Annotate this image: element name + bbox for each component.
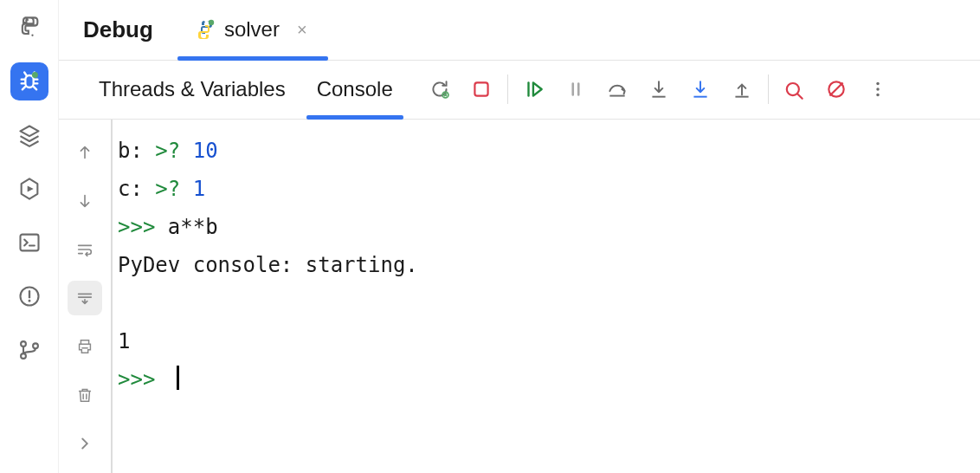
step-into-button[interactable] <box>638 68 680 110</box>
svg-point-0 <box>25 19 27 21</box>
console-line: c: >? 1 <box>118 177 205 201</box>
expand-button[interactable] <box>68 426 102 461</box>
scroll-to-end-button[interactable] <box>68 281 102 315</box>
svg-rect-3 <box>20 235 38 251</box>
debug-toolbar: Threads & Variables Console <box>59 61 980 120</box>
step-out-button[interactable] <box>721 68 763 110</box>
tab-console[interactable]: Console <box>301 61 409 119</box>
svg-point-15 <box>876 88 879 91</box>
svg-point-14 <box>876 82 879 85</box>
console-line: >>> a**b <box>118 215 218 239</box>
text-cursor <box>177 366 179 390</box>
layers-icon <box>17 123 42 147</box>
python-file-icon <box>195 19 216 40</box>
main-area: Debug solver × Threads & Variables <box>59 0 980 473</box>
console-prompt: >>> <box>118 367 179 392</box>
arrow-down-icon <box>75 191 94 211</box>
stop-icon <box>470 78 493 100</box>
terminal-tool[interactable] <box>10 224 48 262</box>
trash-icon <box>75 386 94 405</box>
hex-play-icon <box>17 177 42 201</box>
python-console-tool[interactable] <box>10 9 48 47</box>
console-gutter <box>59 120 111 473</box>
svg-point-8 <box>33 343 38 348</box>
more-actions-button[interactable] <box>857 68 899 110</box>
console-line: 1 <box>118 329 130 353</box>
step-into-my-icon <box>689 78 712 100</box>
debug-tool[interactable] <box>10 62 48 100</box>
debug-session-tabs: Debug solver × <box>59 0 980 61</box>
git-branch-icon <box>17 338 42 362</box>
chevron-right-icon <box>75 434 94 453</box>
arrow-up-icon <box>75 143 94 162</box>
step-over-icon <box>606 78 629 100</box>
clear-all-button[interactable] <box>68 378 102 412</box>
resume-icon <box>523 78 545 100</box>
soft-wrap-icon <box>75 240 94 259</box>
rerun-button[interactable] <box>419 68 461 110</box>
svg-point-5 <box>28 300 30 302</box>
mute-breakpoints-icon <box>825 78 848 100</box>
problems-icon <box>17 284 42 308</box>
tool-window-rail <box>0 0 59 473</box>
svg-rect-11 <box>474 83 487 96</box>
tab-threads-variables[interactable]: Threads & Variables <box>83 61 301 119</box>
pause-icon <box>564 78 587 100</box>
console-line: b: >? 10 <box>118 139 218 163</box>
problems-tool[interactable] <box>10 277 48 315</box>
resume-button[interactable] <box>513 68 555 110</box>
svg-point-7 <box>21 353 26 359</box>
console-output[interactable]: b: >? 10 c: >? 1 >>> a**b PyDev console:… <box>111 120 980 473</box>
python-icon <box>17 16 42 40</box>
close-tab-button[interactable]: × <box>297 20 307 40</box>
services-tool[interactable] <box>10 170 48 208</box>
svg-point-6 <box>21 341 26 347</box>
scroll-up-button[interactable] <box>68 135 102 170</box>
print-button[interactable] <box>68 329 102 364</box>
bug-icon <box>17 69 42 94</box>
svg-point-16 <box>876 94 879 96</box>
view-breakpoints-button[interactable] <box>774 68 816 110</box>
scroll-down-button[interactable] <box>68 184 102 218</box>
step-out-icon <box>731 78 753 100</box>
structure-tool[interactable] <box>10 116 48 154</box>
pause-button[interactable] <box>555 68 596 110</box>
step-into-my-code-button[interactable] <box>680 68 721 110</box>
session-tab-solver[interactable]: solver × <box>195 0 307 60</box>
svg-point-9 <box>209 20 214 25</box>
terminal-icon <box>17 230 42 255</box>
vcs-tool[interactable] <box>10 331 48 369</box>
step-over-button[interactable] <box>596 68 638 110</box>
step-into-icon <box>648 78 670 100</box>
svg-point-1 <box>31 35 33 36</box>
mute-breakpoints-button[interactable] <box>816 68 857 110</box>
more-icon <box>867 78 889 100</box>
stop-button[interactable] <box>461 68 502 110</box>
soft-wrap-button[interactable] <box>68 232 102 267</box>
print-icon <box>75 337 94 356</box>
debug-panel-title: Debug <box>83 16 153 43</box>
rerun-icon <box>429 78 451 100</box>
breakpoints-icon <box>783 78 806 100</box>
session-tab-label: solver <box>224 17 280 42</box>
console-line: PyDev console: starting. <box>118 253 418 277</box>
svg-point-2 <box>31 72 37 78</box>
scroll-to-end-icon <box>75 288 94 308</box>
